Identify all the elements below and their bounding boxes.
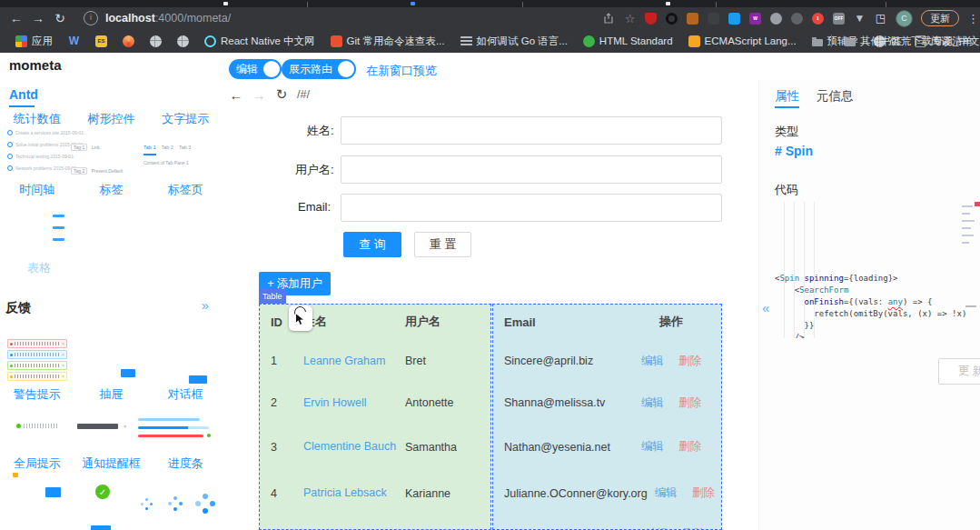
delete-link[interactable]: 删除 (692, 485, 715, 501)
address-bar[interactable]: localhost:4000/mometa/ (105, 12, 231, 25)
canvas-back-icon[interactable]: ← (229, 87, 243, 103)
qr-extension-icon[interactable] (708, 13, 719, 25)
tab-strip[interactable] (0, 0, 980, 7)
palette-item-notification[interactable]: 通知提醒框 (74, 455, 149, 472)
red-one-extension-icon[interactable]: 1 (812, 13, 824, 25)
bookmark-item-8[interactable]: 如何调试 Go 语言... (460, 35, 568, 48)
canvas-reload-icon[interactable]: ↻ (274, 86, 289, 103)
palette-item-tabs[interactable]: 标签页 (148, 182, 223, 198)
palette-item-timeline[interactable]: 时间轴 (0, 182, 74, 198)
spin-preview-medium[interactable] (168, 496, 182, 510)
gray-extension-icon[interactable] (770, 13, 782, 25)
show-route-toggle[interactable]: 展示路由 (282, 59, 356, 79)
bookmark-star-icon[interactable]: ☆ (623, 12, 637, 25)
reset-button[interactable]: 重 置 (414, 232, 471, 257)
site-info-icon[interactable]: i (84, 11, 98, 25)
purple-w-extension-icon[interactable]: W (749, 13, 761, 25)
bookmark-item-7[interactable]: Git 常用命令速查表... (331, 35, 445, 48)
bookmark-item-1[interactable]: W (68, 35, 80, 47)
delete-link[interactable]: 删除 (678, 439, 701, 455)
back-icon[interactable]: ← (5, 11, 27, 25)
ghost-extension-icon[interactable] (791, 13, 803, 25)
update-code-button[interactable]: 更 新 (938, 358, 980, 385)
reload-icon[interactable]: ↻ (49, 11, 71, 25)
inspector-collapse-icon[interactable]: « (762, 300, 769, 315)
tab-properties[interactable]: 属性 (775, 88, 799, 105)
name-link[interactable]: Clementine Bauch (303, 440, 396, 453)
table-right-section[interactable]: Email操作Sincere@april.biz编辑删除Shanna@melis… (492, 304, 722, 530)
camera-extension-icon[interactable] (728, 13, 740, 25)
reading-list-button[interactable]: 阅读清单 (915, 35, 973, 48)
dark-ring-extension-icon[interactable] (666, 13, 678, 25)
type-value-spin-link[interactable]: # Spin (775, 144, 813, 158)
profile-avatar-icon[interactable]: C (896, 10, 913, 27)
bookmark-item-6[interactable]: React Native 中文网 (204, 35, 315, 48)
edit-link[interactable]: 编辑 (641, 354, 664, 369)
name-link[interactable]: Ervin Howell (303, 396, 366, 409)
bookmark-item-3[interactable] (123, 35, 134, 47)
canvas-forward-icon[interactable]: → (252, 87, 266, 103)
tampermonkey-extension-icon[interactable] (687, 13, 698, 25)
edit-link[interactable]: 编辑 (646, 526, 668, 530)
edit-link[interactable]: 编辑 (641, 395, 664, 411)
name-link[interactable]: Leanne Graham (303, 355, 385, 367)
username-input[interactable] (341, 155, 722, 184)
delete-link[interactable]: 删除 (683, 526, 706, 530)
palette-item-statistic[interactable]: 统计数值 (0, 111, 74, 127)
shield-extension-icon[interactable] (645, 13, 657, 25)
open-new-window-link[interactable]: 在新窗口预览 (366, 63, 437, 79)
code-minimap[interactable] (960, 202, 980, 338)
bookmark-item-2[interactable]: ES (95, 35, 107, 47)
table-preview[interactable] (53, 215, 64, 241)
delete-link[interactable]: 删除 (678, 395, 701, 411)
palette-item-progress[interactable]: 进度条 (148, 455, 223, 472)
email-input[interactable] (341, 194, 722, 222)
tab-meta-info[interactable]: 元信息 (817, 88, 854, 105)
name-input[interactable] (341, 116, 722, 145)
palette-item-tooltip[interactable]: 文字提示 (148, 111, 223, 127)
modal-preview[interactable] (189, 375, 207, 384)
browser-menu-icon[interactable]: ⋮ (967, 12, 976, 25)
bookmark-item-9[interactable]: HTML Standard (583, 35, 673, 47)
edit-link[interactable]: 编辑 (641, 439, 664, 455)
alert-preview[interactable]: × × × × (7, 339, 67, 383)
name-link[interactable]: Patricia Lebsack (303, 486, 387, 499)
bookmark-item-5[interactable] (177, 35, 189, 47)
forward-icon[interactable]: → (27, 11, 49, 25)
spin-preview-large[interactable] (195, 494, 213, 512)
delete-link[interactable]: 删除 (678, 354, 701, 369)
bookmarks-overflow-icon[interactable]: » (812, 35, 818, 48)
progress-preview[interactable] (138, 418, 209, 437)
query-button[interactable]: 查 询 (343, 232, 401, 257)
palette-collapse-icon[interactable]: » (202, 298, 209, 313)
tag-prevent: Prevent Default (92, 168, 123, 174)
other-bookmarks-folder[interactable]: 其他书签 (845, 35, 902, 48)
message-box-preview[interactable] (45, 487, 61, 497)
library-tab-antd[interactable]: Antd (9, 87, 38, 102)
tag-preview[interactable]: Tag 1 Link Tag 2 Prevent Default (71, 136, 123, 176)
bookmark-item-10[interactable]: ECMAScript Lang... (688, 35, 797, 47)
palette-item-message[interactable]: 全局提示 (0, 455, 74, 472)
message-preview[interactable] (16, 424, 58, 428)
palette-item-tree[interactable]: 树形控件 (74, 111, 149, 127)
table-left-section[interactable]: ID姓名用户名1Leanne GrahamBret2Ervin HowellAn… (259, 304, 491, 530)
lock-off-extension-icon[interactable]: OFF (833, 13, 845, 25)
share-icon[interactable] (601, 12, 615, 25)
notification-preview[interactable]: × (77, 424, 127, 429)
bookmark-item-4[interactable] (150, 35, 162, 47)
chrome-update-button[interactable]: 更新 (921, 10, 959, 26)
palette-item-modal[interactable]: 对话框 (148, 386, 223, 403)
palette-item-tag[interactable]: 标签 (74, 182, 149, 198)
palette-item-drawer[interactable]: 抽屉 (74, 386, 149, 403)
code-editor[interactable]: <Spin spinning={loading}> <SearchForm on… (775, 202, 965, 338)
tabs-preview[interactable]: Tab 1Tab 2Tab 3 Content of Tab Pane 1 (144, 136, 196, 165)
edit-link[interactable]: 编辑 (655, 485, 678, 501)
puzzle-extension-icon[interactable]: ◳ (875, 13, 886, 25)
drawer-preview[interactable] (121, 369, 135, 377)
palette-item-alert[interactable]: 警告提示 (0, 386, 74, 403)
bookmark-item-0[interactable]: 应用 (15, 35, 53, 48)
funnel-extension-icon[interactable]: ▼ (854, 13, 866, 25)
edit-mode-toggle[interactable]: 编辑 (229, 59, 282, 79)
spin-preview-small[interactable] (141, 498, 152, 509)
palette-item-table[interactable]: 表格 (27, 260, 51, 276)
